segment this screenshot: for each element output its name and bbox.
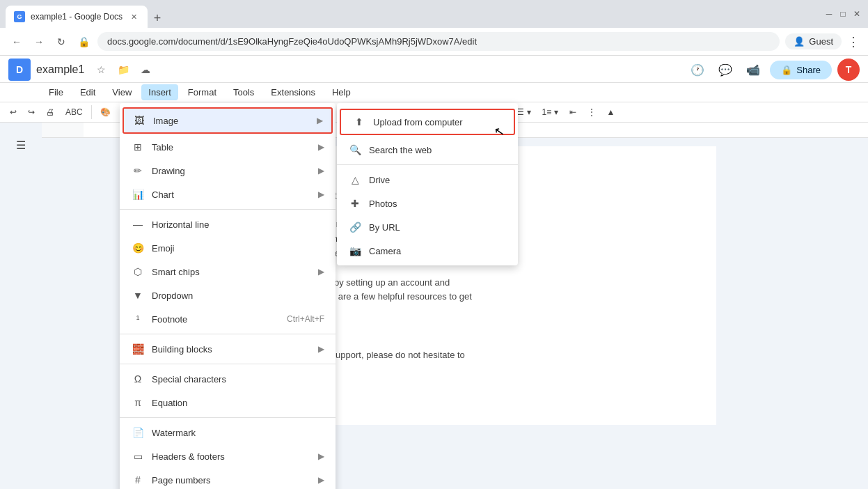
indent-decrease-button[interactable]: ⇤ [565,105,581,119]
url-icon: 🔗 [348,220,362,234]
emoji-label: Emoji [152,243,324,254]
avatar[interactable]: T [837,59,860,81]
history-button[interactable]: 🕐 [686,59,709,81]
insert-menu: 🖼 Image ▶ ⊞ Table ▶ ✏ Drawing ▶ 📊 Chart … [120,103,336,489]
menu-item-photos[interactable]: ✚ Photos [337,192,518,215]
emoji-icon: 😊 [131,241,145,255]
image-submenu: ⬆ Upload from computer 🔍 Search the web … [337,103,518,265]
image-label: Image [153,116,317,126]
photos-label: Photos [369,199,397,209]
close-button[interactable]: ✕ [851,8,862,20]
building-blocks-label: Building blocks [152,344,318,355]
menu-tools[interactable]: Tools [226,84,261,100]
profile-icon: 👤 [794,36,805,47]
menu-item-horizontal-line[interactable]: — Horizontal line [120,212,336,236]
menu-item-by-url[interactable]: 🔗 By URL [337,215,518,239]
table-label: Table [152,142,318,153]
search-icon: 🔍 [348,143,362,157]
dropdown-label: Dropdown [152,290,324,301]
menu-edit[interactable]: Edit [73,84,102,100]
menu-item-emoji[interactable]: 😊 Emoji [120,236,336,260]
cloud-button[interactable]: ☁ [137,61,154,78]
browser-chrome: G example1 - Google Docs ✕ + ─ □ ✕ [0,0,868,28]
tab-close-button[interactable]: ✕ [128,11,139,22]
spellcheck-button[interactable]: ABC [61,105,87,119]
drawing-arrow: ▶ [318,166,324,176]
image-separator-1 [337,164,518,165]
menu-view[interactable]: View [105,84,139,100]
menu-file[interactable]: File [42,84,70,100]
new-tab-button[interactable]: + [148,8,167,28]
comments-button[interactable]: 💬 [714,59,736,81]
menu-item-smart-chips[interactable]: ⬡ Smart chips ▶ [120,260,336,284]
profile-label: Guest [809,36,833,47]
menu-item-chart[interactable]: 📊 Chart ▶ [120,183,336,206]
star-button[interactable]: ☆ [93,61,109,78]
horizontal-line-label: Horizontal line [152,219,324,230]
maximize-button[interactable]: □ [837,8,849,20]
headers-footers-label: Headers & footers [152,451,318,462]
print-button[interactable]: 🖨 [42,105,58,119]
menu-item-headers-footers[interactable]: ▭ Headers & footers ▶ [120,444,336,468]
menu-item-camera[interactable]: 📷 Camera [337,239,518,263]
menu-item-page-numbers[interactable]: # Page numbers ▶ [120,468,336,489]
more-options-button[interactable]: ⋮ [847,34,860,49]
menu-item-special-characters[interactable]: Ω Special characters [120,367,336,391]
menu-item-drawing[interactable]: ✏ Drawing ▶ [120,159,336,183]
chart-icon: 📊 [131,187,145,201]
forward-button[interactable]: → [31,33,47,50]
tab-bar: G example1 - Google Docs ✕ + [6,0,167,28]
building-blocks-icon: 🧱 [131,342,145,356]
share-button[interactable]: 🔒 Share [770,61,832,79]
smart-chips-icon: ⬡ [131,265,145,279]
refresh-button[interactable]: ↻ [53,33,70,50]
menu-help[interactable]: Help [325,84,358,100]
lock-icon: 🔒 [781,65,792,75]
building-blocks-arrow: ▶ [318,344,324,354]
dropdown-icon: ▼ [131,288,145,302]
numbered-list-button[interactable]: 1≡ ▾ [538,105,562,119]
folder-button[interactable]: 📁 [115,61,132,78]
menu-item-watermark[interactable]: 📄 Watermark [120,421,336,444]
url-bar[interactable]: docs.google.com/document/d/1sE9OlkaHyngF… [97,32,780,51]
redo-button[interactable]: ↪ [24,105,39,119]
back-button[interactable]: ← [8,33,25,50]
tab-title: example1 - Google Docs [31,12,123,22]
footnote-label: Footnote [152,314,287,325]
undo-button[interactable]: ↩ [6,105,21,119]
by-url-label: By URL [369,222,400,233]
share-label: Share [796,65,821,75]
page-numbers-icon: # [131,473,145,487]
upload-computer-row[interactable]: ⬆ Upload from computer [340,109,515,135]
menu-item-equation[interactable]: π Equation [120,391,336,414]
menu-item-building-blocks[interactable]: 🧱 Building blocks ▶ [120,337,336,361]
menu-item-table[interactable]: ⊞ Table ▶ [120,135,336,159]
separator-2 [120,334,336,334]
collapse-button[interactable]: ▲ [603,105,620,119]
upload-computer-inner[interactable]: ⬆ Upload from computer [341,110,514,134]
equation-label: Equation [152,398,324,408]
hamburger-menu[interactable]: ☰ [12,137,30,154]
smart-chips-label: Smart chips [152,267,318,277]
doc-title[interactable]: example1 [36,63,84,76]
minimize-button[interactable]: ─ [823,8,835,20]
upload-computer-label: Upload from computer [373,117,463,127]
menu-item-search-web[interactable]: 🔍 Search the web [337,138,518,162]
menu-insert[interactable]: Insert [141,84,178,100]
menu-item-image[interactable]: 🖼 Image ▶ [123,107,333,134]
drive-icon: △ [348,173,362,187]
more-format-button[interactable]: ⋮ [583,105,600,119]
image-arrow: ▶ [317,116,323,125]
docs-toolbar: D example1 ☆ 📁 ☁ 🕐 💬 📹 🔒 Share T [0,56,868,83]
menu-format[interactable]: Format [181,84,223,100]
image-icon: 🖼 [132,114,146,127]
meet-button[interactable]: 📹 [742,59,764,81]
profile-button[interactable]: 👤 Guest [785,33,842,49]
menu-item-dropdown[interactable]: ▼ Dropdown [120,284,336,307]
paint-format-button[interactable]: 🎨 [96,105,115,119]
menu-item-drive[interactable]: △ Drive [337,168,518,192]
active-tab[interactable]: G example1 - Google Docs ✕ [6,6,148,28]
menu-item-footnote[interactable]: ¹ Footnote Ctrl+Alt+F [120,307,336,331]
menu-extensions[interactable]: Extensions [264,84,322,100]
table-arrow: ▶ [318,142,324,152]
